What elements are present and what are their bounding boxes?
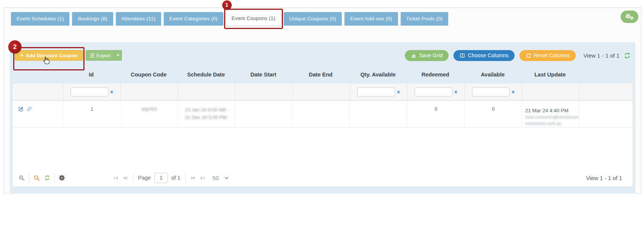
annotation-step-1-badge: 1: [222, 0, 232, 10]
bar-chart-icon: [411, 53, 417, 58]
separator: [185, 174, 186, 182]
last-update-email-redacted: xxxx.xxxxxxxx@xxxxxxxxx: [525, 115, 579, 120]
cell-last-update: 21 Mar 24 4:40 PM xxxx.xxxxxxxx@xxxxxxxx…: [522, 101, 579, 127]
save-grid-button[interactable]: Save Grid: [405, 50, 449, 61]
filter-clear-available[interactable]: x: [512, 89, 514, 95]
reset-columns-label: Reset Columns: [534, 52, 570, 58]
toggle-search-toolbar-icon[interactable]: [18, 175, 25, 181]
column-header-available[interactable]: Available: [464, 66, 521, 83]
cell-date-end: [292, 101, 350, 127]
choose-columns-button[interactable]: Choose Columns: [453, 50, 514, 61]
cell-available: 0: [464, 101, 522, 127]
reload-grid-icon[interactable]: [44, 175, 50, 181]
column-header-filler: [579, 66, 633, 83]
column-header-actions: [12, 66, 63, 83]
grid-container: + Add Discount Coupon 2: [10, 42, 635, 194]
page-number-input[interactable]: [154, 173, 168, 183]
separator: [29, 174, 29, 182]
tab-bar: Event Schedules (1) Bookings (8) Attende…: [4, 8, 641, 26]
tab-event-add-ons[interactable]: Event Add-ons (0): [344, 12, 398, 26]
last-update-email-redacted-2: xxxxxxxxx.com.au: [525, 121, 562, 126]
table-header-row: Id Coupon Code Schedule Date Date Start …: [12, 66, 633, 83]
last-update-timestamp: 21 Mar 24 4:40 PM: [525, 108, 569, 113]
next-page-button[interactable]: [191, 175, 196, 181]
pagination-controls: Page of 1 50: [113, 173, 229, 183]
cell-redeemed: 0: [407, 101, 464, 127]
cell-schedule-date-redacted: 23 Jan 24 9:00 AM - 31 Dec 24 5:00 PM: [178, 101, 235, 127]
tab-attendees[interactable]: Attendees (11): [116, 12, 161, 26]
column-header-redeemed[interactable]: Redeemed: [407, 66, 464, 83]
page-label: Page: [138, 175, 151, 181]
tab-event-categories[interactable]: Event Categories (0): [164, 12, 223, 26]
tab-ticket-pools[interactable]: Ticket Pools (0): [401, 12, 448, 26]
settings-button[interactable]: [621, 11, 638, 23]
reset-columns-button[interactable]: Reset Columns: [520, 50, 576, 61]
column-header-date-start[interactable]: Date Start: [235, 66, 292, 83]
separator: [54, 174, 55, 182]
first-page-button[interactable]: [113, 175, 119, 181]
cell-coupon-code-redacted: ety#53: [120, 101, 178, 127]
filter-input-id[interactable]: [71, 87, 108, 96]
separator: [133, 174, 133, 182]
filter-input-available[interactable]: [472, 87, 510, 96]
search-records-icon[interactable]: [34, 175, 40, 181]
export-button[interactable]: Export: [86, 50, 115, 61]
tab-event-coupons[interactable]: Event Coupons (1) 1: [226, 11, 281, 26]
export-file-icon: [90, 53, 95, 58]
filter-clear-redeemed[interactable]: x: [454, 89, 457, 95]
plus-icon: +: [20, 52, 23, 59]
filter-input-redeemed[interactable]: [415, 87, 452, 96]
pager-view-range-label: View 1 - 1 of 1: [586, 175, 627, 181]
page-size-value: 50: [212, 175, 219, 181]
table-empty-area: [12, 128, 633, 169]
filter-input-qty-available[interactable]: [357, 87, 395, 96]
column-header-id[interactable]: Id: [63, 66, 120, 83]
table-row[interactable]: 1 ety#53 23 Jan 24 9:00 AM - 31 Dec 24 5…: [12, 101, 633, 128]
chevron-down-icon: [117, 55, 120, 58]
tab-event-coupons-label: Event Coupons (1): [232, 15, 275, 21]
column-header-coupon-code[interactable]: Coupon Code: [120, 66, 177, 83]
export-label: Export: [97, 53, 111, 58]
gears-icon: [625, 13, 634, 20]
columns-icon: [460, 53, 465, 58]
edit-coupon-icon[interactable]: [18, 106, 24, 112]
page-size-select[interactable]: 50: [212, 175, 229, 181]
cell-qty-available: [350, 101, 407, 127]
chevron-down-icon: [224, 176, 229, 180]
table-body: x x x x: [12, 83, 633, 187]
reset-icon: [526, 53, 531, 58]
column-header-last-update[interactable]: Last Update: [521, 66, 579, 83]
column-header-schedule-date[interactable]: Schedule Date: [177, 66, 235, 83]
page-count-label: of 1: [171, 175, 180, 181]
previous-page-button[interactable]: [122, 175, 128, 181]
tab-unique-coupons[interactable]: Unique Coupons (0): [284, 12, 342, 26]
cell-date-start: [235, 101, 292, 127]
grid-settings-gear-icon[interactable]: [59, 175, 65, 181]
view-range-label: View 1 - 1 of 1: [583, 52, 619, 59]
add-discount-coupon-button[interactable]: + Add Discount Coupon: [15, 50, 83, 61]
tab-event-schedules[interactable]: Event Schedules (1): [11, 12, 69, 26]
column-header-qty-available[interactable]: Qty. Available: [349, 66, 407, 83]
export-dropdown-toggle[interactable]: [115, 50, 122, 61]
unlink-coupon-icon[interactable]: [26, 106, 32, 112]
last-page-button[interactable]: [200, 175, 205, 181]
filter-row: x x x x: [12, 83, 633, 101]
filter-clear-qty-available[interactable]: x: [397, 89, 400, 95]
filter-clear-id[interactable]: x: [110, 89, 113, 95]
column-header-date-end[interactable]: Date End: [292, 66, 349, 83]
cell-id: 1: [63, 101, 120, 127]
event-management-panel: Event Schedules (1) Bookings (8) Attende…: [4, 8, 641, 194]
choose-columns-label: Choose Columns: [468, 52, 508, 58]
save-grid-label: Save Grid: [419, 52, 443, 58]
pager-bar: Page of 1 50: [12, 169, 633, 186]
refresh-grid-icon[interactable]: [624, 52, 631, 59]
tab-bookings[interactable]: Bookings (8): [72, 12, 113, 26]
add-discount-coupon-label: Add Discount Coupon: [26, 53, 77, 58]
grid-toolbar: + Add Discount Coupon 2: [10, 42, 635, 66]
